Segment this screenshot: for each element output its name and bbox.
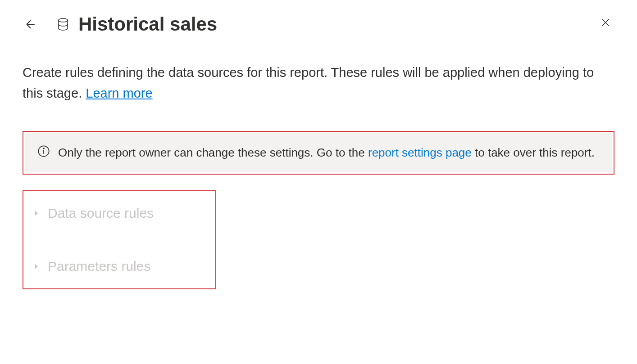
data-source-rules-item: Data source rules: [32, 199, 202, 227]
rules-section-highlight: Data source rules Parameters rules: [23, 190, 216, 289]
chevron-right-icon: [32, 262, 41, 271]
close-icon: [598, 15, 613, 30]
info-box: Only the report owner can change these s…: [25, 133, 612, 172]
dialog-header: Historical sales: [23, 13, 614, 35]
info-box-highlight: Only the report owner can change these s…: [23, 131, 614, 175]
dialog-title: Historical sales: [78, 13, 217, 35]
svg-point-0: [59, 18, 68, 22]
close-button[interactable]: [596, 13, 614, 31]
parameters-rules-label: Parameters rules: [48, 259, 150, 274]
info-icon: [37, 145, 50, 157]
back-arrow-icon: [24, 18, 37, 31]
description-text: Create rules defining the data sources f…: [23, 62, 614, 104]
info-message: Only the report owner can change these s…: [58, 144, 595, 162]
svg-point-3: [43, 148, 44, 149]
chevron-right-icon: [32, 209, 41, 218]
database-icon: [57, 18, 69, 31]
learn-more-link[interactable]: Learn more: [86, 86, 152, 100]
info-text-before: Only the report owner can change these s…: [58, 146, 368, 159]
report-settings-link[interactable]: report settings page: [368, 146, 472, 159]
data-source-rules-label: Data source rules: [48, 206, 154, 221]
parameters-rules-item: Parameters rules: [32, 252, 202, 280]
info-text-after: to take over this report.: [475, 146, 595, 159]
back-button[interactable]: [23, 16, 39, 32]
